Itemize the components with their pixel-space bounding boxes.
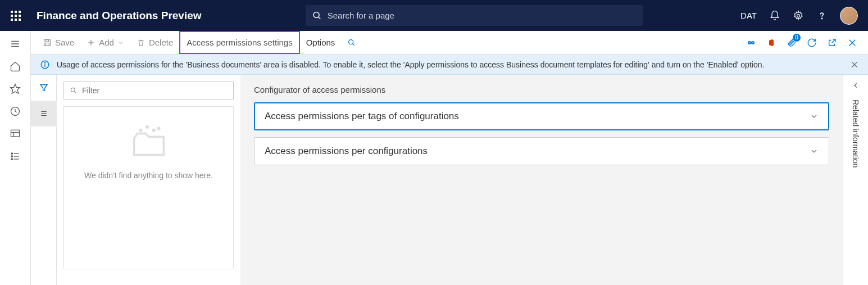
options-label: Options <box>306 38 335 47</box>
options-tab[interactable]: Options <box>300 31 342 54</box>
svg-line-36 <box>74 91 76 93</box>
add-button[interactable]: Add <box>80 31 130 54</box>
main-content: Configurator of access permissions Acces… <box>240 75 843 285</box>
save-button[interactable]: Save <box>37 31 80 54</box>
chevron-down-icon <box>810 112 819 121</box>
search-input[interactable] <box>328 11 636 20</box>
trash-icon <box>137 38 146 47</box>
star-icon <box>10 83 21 94</box>
hamburger-button[interactable] <box>9 38 21 50</box>
bell-icon <box>769 10 780 21</box>
info-bar: Usage of access permissions for the 'Bus… <box>31 55 868 75</box>
filter-pane-button[interactable] <box>31 75 57 101</box>
command-bar: Save Add Delete Access permissions setti… <box>31 31 868 55</box>
hamburger-icon <box>10 39 21 49</box>
close-icon <box>847 38 857 48</box>
svg-point-35 <box>71 88 75 92</box>
question-icon <box>816 10 828 21</box>
access-permissions-label: Access permissions settings <box>187 38 292 47</box>
search-icon <box>70 87 78 94</box>
notifications-button[interactable] <box>769 10 780 21</box>
filter-input[interactable] <box>82 86 228 95</box>
search-icon <box>347 38 356 47</box>
refresh-button[interactable] <box>806 37 817 48</box>
related-info-label: Related information <box>851 99 860 168</box>
list-lines-icon <box>39 110 49 117</box>
office-button[interactable] <box>766 37 777 48</box>
modules-icon <box>10 151 21 162</box>
close-button[interactable] <box>847 37 858 48</box>
home-icon <box>10 61 21 72</box>
svg-point-16 <box>11 159 13 160</box>
info-close-button[interactable] <box>850 60 859 69</box>
chevron-left-icon <box>852 82 860 89</box>
svg-rect-19 <box>46 39 48 41</box>
popout-button[interactable] <box>826 37 838 48</box>
funnel-icon <box>39 83 49 93</box>
app-launcher-button[interactable] <box>0 11 31 21</box>
accordion-configs-label: Access permissions per configurations <box>265 146 428 157</box>
svg-rect-20 <box>46 43 49 46</box>
filter-field[interactable] <box>63 82 234 99</box>
empty-folder-icon <box>129 124 169 163</box>
chevron-down-icon <box>117 39 124 46</box>
save-label: Save <box>55 38 74 47</box>
settings-button[interactable] <box>793 10 804 21</box>
svg-point-40 <box>158 128 160 129</box>
help-button[interactable] <box>816 10 828 21</box>
accordion-tags-label: Access permissions per tags of configura… <box>265 111 459 122</box>
empty-list: We didn't find anything to show here. <box>63 106 234 269</box>
save-icon <box>43 38 52 47</box>
svg-line-1 <box>318 17 320 19</box>
accordion-tags[interactable]: Access permissions per tags of configura… <box>254 102 829 130</box>
electronic-reporting-button[interactable] <box>746 37 757 48</box>
nav-modules-button[interactable] <box>9 150 21 162</box>
delete-label: Delete <box>149 38 173 47</box>
app-title: Finance and Operations Preview <box>31 10 202 22</box>
waffle-icon <box>11 11 21 21</box>
delete-button[interactable]: Delete <box>130 31 179 54</box>
svg-point-39 <box>153 129 154 131</box>
accordion-configs[interactable]: Access permissions per configurations <box>254 137 829 165</box>
svg-point-0 <box>313 12 319 17</box>
svg-point-2 <box>797 14 800 17</box>
plus-icon <box>87 38 96 47</box>
svg-point-37 <box>139 129 141 131</box>
related-info-pane[interactable]: Related information <box>843 75 868 285</box>
svg-point-3 <box>821 18 822 19</box>
infinity-icon <box>746 39 757 47</box>
attachment-badge: 0 <box>793 34 801 42</box>
page-title: Configurator of access permissions <box>254 85 829 94</box>
top-navbar: Finance and Operations Preview DAT <box>0 0 868 31</box>
svg-point-38 <box>146 126 148 128</box>
company-label[interactable]: DAT <box>740 11 757 20</box>
find-button[interactable] <box>341 31 362 54</box>
nav-favorites-button[interactable] <box>9 83 21 95</box>
global-search[interactable] <box>306 5 643 26</box>
svg-point-14 <box>11 156 13 157</box>
attachments-button[interactable]: 0 <box>786 37 797 48</box>
left-nav-rail <box>0 31 31 285</box>
clock-icon <box>10 106 21 117</box>
expand-related-button[interactable] <box>852 82 860 89</box>
svg-rect-9 <box>11 130 20 137</box>
office-icon <box>767 38 776 48</box>
popout-icon <box>827 38 837 48</box>
svg-point-29 <box>44 62 45 63</box>
svg-point-23 <box>349 39 353 44</box>
user-avatar[interactable] <box>840 7 858 25</box>
close-icon <box>850 60 859 69</box>
workspaces-icon <box>10 128 21 139</box>
nav-workspaces-button[interactable] <box>9 128 21 140</box>
nav-recent-button[interactable] <box>9 105 21 117</box>
info-message: Usage of access permissions for the 'Bus… <box>57 60 764 69</box>
empty-text: We didn't find anything to show here. <box>84 171 213 180</box>
list-view-button[interactable] <box>31 101 57 126</box>
refresh-icon <box>807 38 817 48</box>
nav-home-button[interactable] <box>9 60 21 73</box>
access-permissions-tab[interactable]: Access permissions settings <box>179 31 299 54</box>
svg-marker-7 <box>11 84 20 94</box>
add-label: Add <box>99 38 114 47</box>
list-panel: We didn't find anything to show here. <box>31 75 240 285</box>
gear-icon <box>793 10 804 21</box>
